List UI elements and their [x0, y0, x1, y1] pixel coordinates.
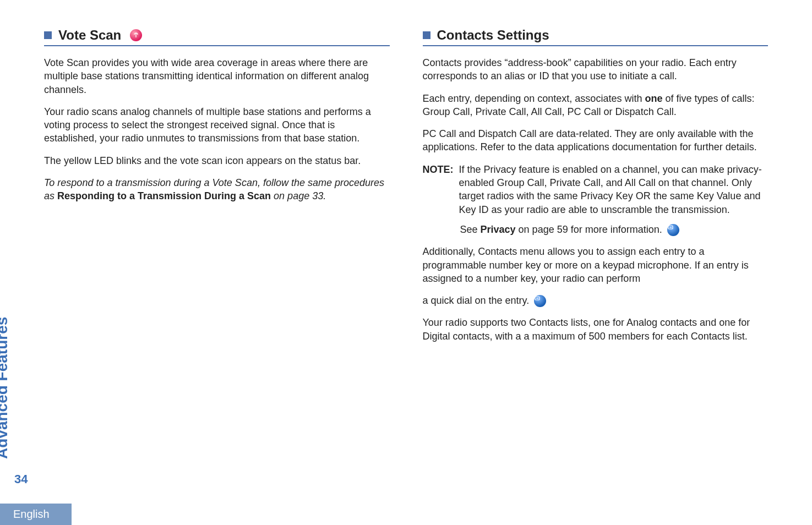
left-p1: Vote Scan provides you with wide area co… [44, 56, 390, 96]
digital-icon [667, 224, 679, 236]
left-column: Vote Scan Vote Scan provides you with wi… [44, 28, 390, 352]
right-p5-text: a quick dial on the entry. [423, 295, 532, 306]
digital-icon [534, 295, 546, 307]
left-p3: The yellow LED blinks and the vote scan … [44, 154, 390, 167]
square-bullet-icon [423, 31, 430, 39]
right-p5: a quick dial on the entry. [423, 294, 769, 307]
left-section-title: Vote Scan [58, 28, 121, 43]
right-section-title: Contacts Settings [437, 28, 549, 43]
note-sub-bold: Privacy [481, 224, 516, 235]
left-p2: Your radio scans analog channels of mult… [44, 105, 390, 145]
note-body: If the Privacy feature is enabled on a c… [459, 163, 769, 216]
left-p4: To respond to a transmission during a Vo… [44, 176, 390, 203]
language-tab: English [0, 504, 72, 525]
right-section-header: Contacts Settings [423, 28, 769, 46]
left-p4-tail: on page 33. [271, 190, 326, 201]
note-sub: See Privacy on page 59 for more informat… [460, 223, 769, 236]
right-p3: PC Call and Dispatch Call are data-relat… [423, 127, 769, 154]
right-p2-bold: one [645, 93, 662, 104]
right-p2a: Each entry, depending on context, associ… [423, 93, 645, 104]
note-label: NOTE: [423, 163, 454, 216]
antenna-icon [130, 29, 142, 41]
page-number: 34 [14, 472, 28, 486]
note-sub-a: See [460, 224, 481, 235]
right-p4: Additionally, Contacts menu allows you t… [423, 245, 769, 285]
note-sub-b: on page 59 for more information. [516, 224, 665, 235]
side-label: Advanced Features [0, 317, 11, 459]
note-block: NOTE: If the Privacy feature is enabled … [423, 163, 769, 216]
right-p1: Contacts provides “address-book” capabil… [423, 56, 769, 83]
right-p2: Each entry, depending on context, associ… [423, 92, 769, 119]
right-p6: Your radio supports two Contacts lists, … [423, 316, 769, 343]
right-column: Contacts Settings Contacts provides “add… [423, 28, 769, 352]
left-section-header: Vote Scan [44, 28, 390, 46]
left-p4-bold: Responding to a Transmission During a Sc… [57, 190, 271, 201]
square-bullet-icon [44, 31, 52, 39]
